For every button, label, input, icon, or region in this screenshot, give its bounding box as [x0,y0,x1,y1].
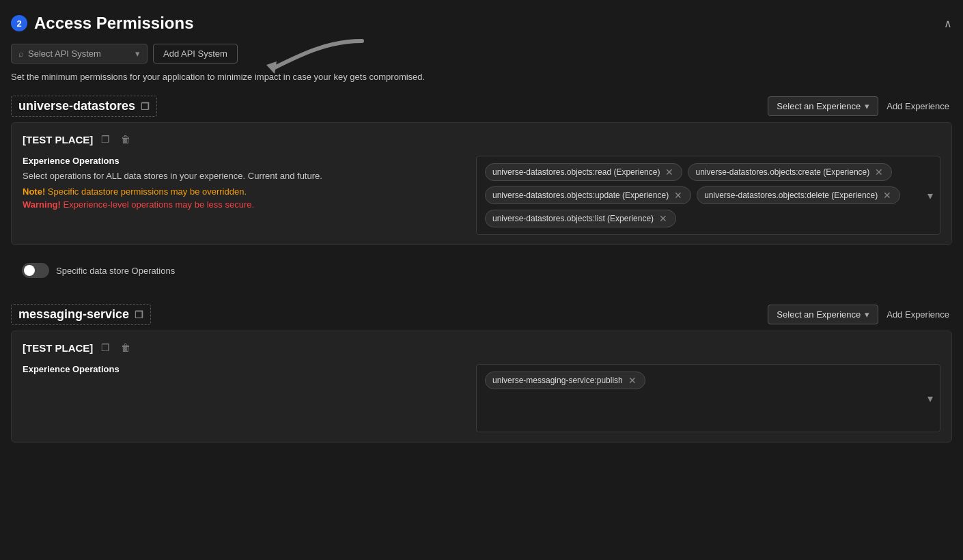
tag-remove-button[interactable]: ✕ [673,190,684,201]
warning-label: Warning! [23,199,61,210]
api-block-name-datastores: universe-datastores ❐ [11,96,157,117]
permission-tag: universe-datastores.objects:create (Expe… [688,163,892,181]
select-experience-label-msg: Select an Experience [777,309,861,320]
select-experience-button-messaging[interactable]: Select an Experience ▾ [768,305,878,324]
toggle-row-datastores: Specific data store Operations [11,253,952,288]
permission-tag: universe-datastores.objects:list (Experi… [485,210,676,227]
permission-tag: universe-datastores.objects:update (Expe… [485,186,691,204]
tag-label: universe-datastores.objects:create (Expe… [695,167,869,177]
copy-icon-messaging[interactable]: ❐ [135,309,143,320]
description-text: Set the minimum permissions for your app… [11,72,952,82]
msg-ops-title: Experience Operations [23,364,460,374]
warning-content: Experience-level operations may be less … [61,199,254,210]
ops-title: Experience Operations [23,156,460,166]
add-experience-button-datastores[interactable]: Add Experience [884,97,952,115]
permission-tags-inner: universe-datastores.objects:read (Experi… [485,163,932,227]
chevron-down-icon: ▾ [135,48,140,59]
messaging-ops-info: Experience Operations [23,364,460,378]
copy-place-button-msg[interactable]: ❐ [98,341,113,354]
experience-ops-info: Experience Operations Select operations … [23,156,460,210]
tag-remove-button[interactable]: ✕ [658,213,669,224]
api-block-messaging-service: messaging-service ❐ Select an Experience… [11,304,952,443]
toolbar: ⌕ Select API System ▾ Add API System [11,44,952,64]
tag-remove-button[interactable]: ✕ [664,167,675,178]
experience-entry-test-place: [TEST PLACE] ❐ 🗑 Experience Operations S… [11,122,952,245]
note-content: Specific datastore permissions may be ov… [45,186,247,197]
tag-label: universe-datastores.objects:update (Expe… [492,191,669,200]
api-block-actions-messaging: Select an Experience ▾ Add Experience [768,305,952,324]
permission-tags-inner-msg: universe-messaging-service:publish✕ [485,372,932,389]
select-experience-button-datastores[interactable]: Select an Experience ▾ [768,96,878,116]
add-experience-button-messaging[interactable]: Add Experience [884,305,952,324]
api-block-name-messaging: messaging-service ❐ [11,304,151,325]
tag-label: universe-datastores.objects:read (Experi… [492,167,660,177]
tag-remove-button[interactable]: ✕ [627,375,638,386]
messaging-name-label: messaging-service [18,307,129,322]
messaging-ops-layout: Experience Operations universe-messaging… [23,364,940,432]
permission-tag: universe-messaging-service:publish✕ [485,372,645,389]
page-header: 2 Access Permissions ∧ [11,14,952,33]
delete-place-button[interactable]: 🗑 [118,132,133,146]
chevron-down-icon-msg: ▾ [865,309,869,320]
add-api-button[interactable]: Add API System [153,44,238,64]
tag-label: universe-datastores.objects:delete (Expe… [704,191,878,200]
chevron-down-icon-exp: ▾ [865,101,869,111]
ops-desc: Select operations for ALL data stores in… [23,170,460,182]
delete-place-button-msg[interactable]: 🗑 [118,341,133,354]
select-api-system-dropdown[interactable]: ⌕ Select API System ▾ [11,44,148,64]
page-container: 2 Access Permissions ∧ ⌕ Select API Syst… [0,0,963,473]
place-name: [TEST PLACE] [23,134,93,145]
api-block-actions-datastores: Select an Experience ▾ Add Experience [768,96,952,116]
tags-dropdown-arrow[interactable]: ▾ [927,189,933,202]
copy-icon-datastores[interactable]: ❐ [141,101,150,112]
tags-dropdown-arrow-msg[interactable]: ▾ [927,392,933,405]
place-name-msg: [TEST PLACE] [23,342,93,354]
specific-datastore-toggle[interactable] [22,263,49,278]
permission-tags-container-datastores: universe-datastores.objects:read (Experi… [476,156,940,235]
tag-remove-button[interactable]: ✕ [874,167,884,178]
experience-entry-header-msg: [TEST PLACE] ❐ 🗑 [23,341,940,354]
experience-ops-layout: Experience Operations Select operations … [23,156,940,235]
tag-label: universe-messaging-service:publish [492,376,623,385]
permission-tag: universe-datastores.objects:delete (Expe… [697,186,900,204]
toggle-slider [22,263,49,278]
note-text: Note! Specific datastore permissions may… [23,186,460,197]
experience-entry-header: [TEST PLACE] ❐ 🗑 [23,132,940,146]
permission-tags-container-messaging: universe-messaging-service:publish✕ ▾ [476,364,940,432]
select-experience-label: Select an Experience [777,101,861,111]
api-block-universe-datastores: universe-datastores ❐ Select an Experien… [11,96,952,288]
tag-label: universe-datastores.objects:list (Experi… [492,214,654,223]
toggle-label-datastores: Specific data store Operations [56,266,175,276]
tag-remove-button[interactable]: ✕ [882,190,893,201]
search-icon: ⌕ [18,48,24,59]
title-group: 2 Access Permissions [11,14,193,33]
api-name-label: universe-datastores [18,99,135,113]
select-api-label: Select API System [28,48,131,59]
copy-place-button[interactable]: ❐ [98,132,113,146]
step-badge: 2 [11,15,27,31]
experience-entry-messaging-test-place: [TEST PLACE] ❐ 🗑 Experience Operations u… [11,331,952,443]
page-title: Access Permissions [34,14,193,33]
api-block-header-datastores: universe-datastores ❐ Select an Experien… [11,96,952,117]
api-block-header-messaging: messaging-service ❐ Select an Experience… [11,304,952,325]
note-label: Note! [23,186,45,197]
warning-text: Warning! Experience-level operations may… [23,199,460,210]
collapse-icon[interactable]: ∧ [944,17,952,30]
permission-tag: universe-datastores.objects:read (Experi… [485,163,682,181]
